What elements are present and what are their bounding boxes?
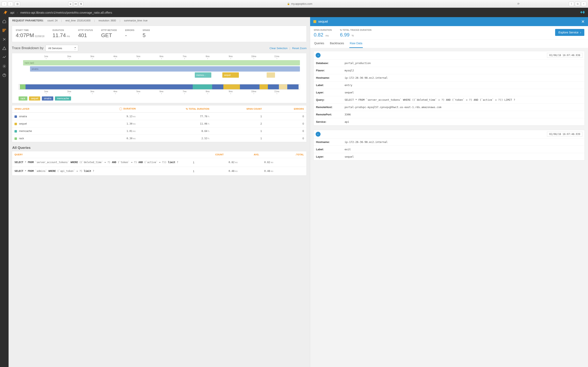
new-tab-button[interactable]: + — [581, 2, 586, 6]
ext-badge[interactable]: ••• — [73, 2, 78, 6]
breadcrumb-path: metrics-api.librato.com/v1/metrics/ponto… — [20, 11, 112, 14]
app-logo-icon — [3, 10, 8, 15]
ext-badge[interactable]: S — [79, 2, 83, 6]
brand-mark-icon — [580, 10, 585, 15]
breadcrumb: api › metrics-api.librato.com/v1/metrics… — [10, 11, 112, 14]
share-button[interactable]: ⇪ — [569, 2, 574, 6]
app-topbar: api › metrics-api.librato.com/v1/metrics… — [0, 8, 588, 17]
tabs-button[interactable]: ⧉ — [575, 2, 580, 6]
chevron-right-icon: › — [17, 11, 18, 14]
address-bar[interactable]: 🔒 my.appoptics.com — [85, 2, 515, 5]
extension-badges: u ••• S — [68, 2, 83, 6]
url-host: my.appoptics.com — [291, 2, 312, 5]
ext-badge[interactable]: u — [68, 2, 73, 6]
nav-forward-button[interactable]: › — [8, 2, 13, 6]
browser-chrome: ‹ › ▥ u ••• S 🔒 my.appoptics.com ⟳ ⇪ ⧉ + — [0, 0, 588, 8]
reload-button[interactable]: ⟳ — [516, 2, 521, 6]
nav-back-button[interactable]: ‹ — [2, 2, 7, 6]
lock-icon: 🔒 — [287, 2, 290, 5]
sidebar-toggle-button[interactable]: ▥ — [15, 2, 20, 6]
breadcrumb-root[interactable]: api — [10, 11, 14, 14]
